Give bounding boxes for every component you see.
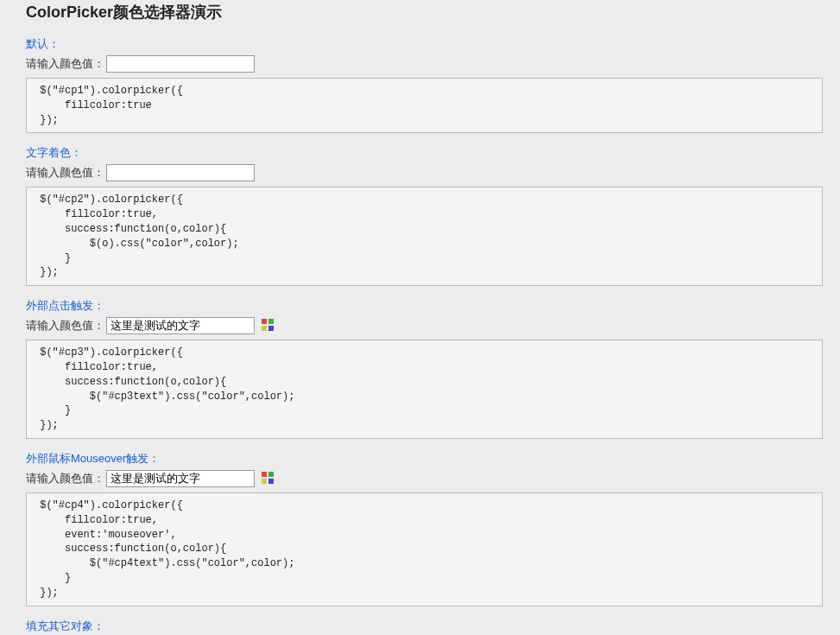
color-input[interactable] <box>106 55 255 73</box>
section-title: 填充其它对象： <box>26 619 823 634</box>
color-input[interactable] <box>106 164 255 181</box>
input-label: 请输入颜色值： <box>26 56 104 72</box>
code-block: $("#cp3").colorpicker({ fillcolor:true, … <box>26 340 823 439</box>
input-label: 请输入颜色值： <box>26 165 104 181</box>
section-title: 文字着色： <box>26 145 823 161</box>
section-external-click: 外部点击触发： 请输入颜色值： $("#cp3").colorpicker({ … <box>26 298 823 439</box>
code-block: $("#cp1").colorpicker({ fillcolor:true }… <box>26 78 823 133</box>
section-title: 外部鼠标Mouseover触发： <box>26 451 823 467</box>
input-label: 请输入颜色值： <box>26 318 104 333</box>
color-swatch-icon[interactable] <box>262 319 275 333</box>
section-text-color: 文字着色： 请输入颜色值： $("#cp2").colorpicker({ fi… <box>26 145 823 286</box>
section-title: 外部点击触发： <box>26 298 823 314</box>
page-title: ColorPicker颜色选择器演示 <box>26 0 823 22</box>
input-row: 请输入颜色值： <box>26 470 823 487</box>
section-external-mouseover: 外部鼠标Mouseover触发： 请输入颜色值： $("#cp4").color… <box>26 451 823 606</box>
color-swatch-icon[interactable] <box>262 472 275 486</box>
input-row: 请输入颜色值： <box>26 317 823 334</box>
input-row: 请输入颜色值： <box>26 55 823 73</box>
section-default: 默认： 请输入颜色值： $("#cp1").colorpicker({ fill… <box>26 36 823 133</box>
code-block: $("#cp4").colorpicker({ fillcolor:true, … <box>26 492 823 606</box>
color-input[interactable] <box>106 470 255 487</box>
section-fill-other: 填充其它对象： 请输入颜色值： $("#cp5").colorpicker({ … <box>26 619 823 635</box>
section-title: 默认： <box>26 36 823 52</box>
code-block: $("#cp2").colorpicker({ fillcolor:true, … <box>26 187 823 286</box>
input-row: 请输入颜色值： <box>26 164 823 181</box>
input-label: 请输入颜色值： <box>26 471 104 486</box>
color-input[interactable] <box>106 317 255 334</box>
